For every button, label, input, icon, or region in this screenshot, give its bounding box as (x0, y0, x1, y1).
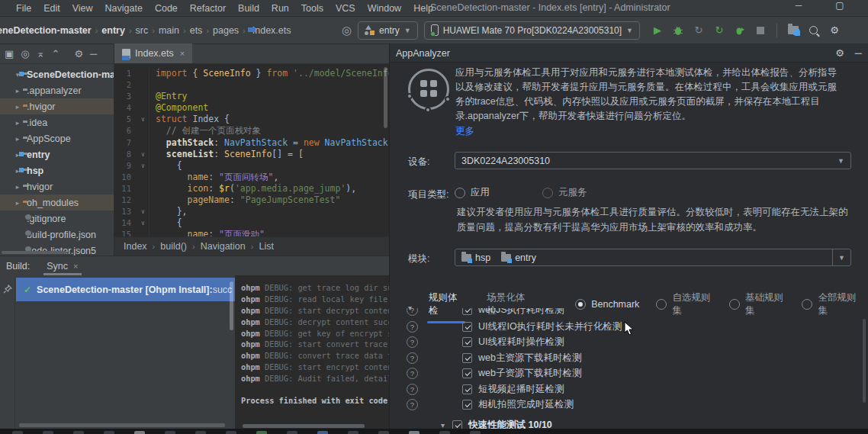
help-icon[interactable]: ? (407, 352, 418, 364)
taskbar-icon[interactable] (378, 431, 389, 434)
build-tab-sync[interactable]: Sync × (43, 256, 81, 275)
module-chip[interactable]: entry (501, 252, 536, 263)
breadcrumb-ets[interactable]: ets (188, 25, 204, 36)
check-row[interactable]: ? web子资源下载耗时检测 (390, 366, 847, 382)
taskbar-icon[interactable] (134, 431, 145, 434)
taskbar-icon[interactable] (195, 431, 206, 434)
vertical-scrollbar[interactable] (863, 319, 866, 403)
fold-marker-icon[interactable]: ∨ (137, 206, 149, 217)
menu-item[interactable]: Window (362, 2, 407, 14)
build-result-row[interactable]: ✓ SceneDetection-master [Ohpm Install]: … (16, 278, 235, 301)
device-select[interactable]: HUAWEI Mate 70 Pro[3DK0224A23005310] ▼ (424, 21, 640, 40)
code-editor[interactable]: 1import { SceneInfo } from '../model/Sce… (114, 64, 389, 236)
breadcrumb-project[interactable]: eneDetection-master (0, 25, 93, 36)
close-icon[interactable]: × (73, 262, 78, 271)
project-tree-row[interactable]: ▾ SceneDetection-ma (0, 66, 114, 82)
check-row[interactable]: ? web主资源下载耗时检测 (390, 350, 847, 366)
menu-item[interactable]: Tools (296, 2, 329, 14)
check-row[interactable]: ? 短视频起播时延检测 (390, 381, 847, 397)
breadcrumb-entry[interactable]: entry (100, 25, 127, 36)
profiler-button[interactable]: ↻ (692, 24, 706, 37)
help-icon[interactable]: ? (407, 336, 418, 348)
checkbox-checked[interactable] (462, 308, 472, 315)
fold-marker-icon[interactable]: ∨ (137, 160, 149, 172)
check-row[interactable]: ? UI线程耗时操作检测 (390, 335, 847, 351)
help-icon[interactable]: ? (407, 368, 418, 379)
check-row[interactable]: ? UI线程IO执行耗时长未并行化检测 (390, 319, 847, 335)
module-dropdown[interactable]: hsp entry ▼ (455, 249, 851, 266)
tree-chevron-icon[interactable]: ▸ (12, 199, 23, 207)
pin-icon[interactable] (3, 285, 12, 294)
radio-atomic-service[interactable] (542, 188, 553, 198)
menu-item[interactable]: Run (266, 2, 294, 14)
taskbar-icon[interactable] (104, 431, 114, 434)
more-link[interactable]: 更多 (455, 125, 474, 138)
build-log[interactable]: ohpm DEBUG: get trace log dir succeed, t… (235, 275, 389, 429)
taskbar-icon[interactable] (470, 431, 481, 434)
close-icon[interactable]: × (180, 49, 185, 58)
taskbar-icon[interactable] (317, 431, 328, 434)
menu-item[interactable]: Edit (38, 2, 66, 14)
maximize-button[interactable]: ▢ (833, 0, 847, 11)
module-chip[interactable]: hsp (461, 252, 490, 263)
minimize-button[interactable]: ─ (792, 0, 805, 11)
menu-item[interactable]: File (11, 2, 37, 14)
search-icon[interactable] (807, 24, 821, 37)
menu-item[interactable]: Refactor (185, 2, 231, 14)
menu-item[interactable]: Code (149, 2, 183, 14)
taskbar-icon[interactable] (226, 431, 236, 434)
hide-panel-icon[interactable]: ─ (90, 48, 97, 59)
device-dropdown[interactable]: 3DK0224A23005310 ▼ (455, 152, 851, 169)
vertical-scrollbar[interactable] (230, 281, 233, 330)
chevron-down-icon[interactable]: ▼ (832, 249, 850, 265)
run-button[interactable]: ▶ (651, 24, 664, 37)
project-tree-row[interactable]: ▸ entry (0, 146, 114, 162)
locate-target-icon[interactable]: ◎ (342, 24, 352, 37)
menu-item[interactable]: View (67, 2, 98, 14)
gear-icon[interactable]: ⚙ (74, 48, 83, 59)
check-group-row[interactable]: ▾ 快速性能测试 10/10 (390, 418, 552, 429)
collapse-all-icon[interactable]: ⌃ (52, 48, 60, 59)
checkbox-checked[interactable] (462, 384, 472, 394)
horizontal-scrollbar[interactable] (243, 424, 365, 428)
project-tree-row[interactable]: build-profile.json (0, 227, 114, 243)
taskbar-icon[interactable] (165, 431, 175, 434)
crumb-build[interactable]: build() (160, 241, 187, 252)
stop-button[interactable] (754, 24, 767, 37)
help-icon[interactable]: ? (407, 321, 418, 333)
taskbar-icon[interactable] (409, 431, 420, 434)
taskbar-icon[interactable] (287, 431, 297, 434)
tree-chevron-icon[interactable]: ▸ (12, 103, 23, 111)
project-view-icon[interactable]: ▣ (5, 48, 14, 59)
help-icon[interactable]: ? (407, 399, 418, 410)
chevron-down-icon[interactable]: ▾ (441, 421, 445, 429)
taskbar-icon[interactable] (43, 431, 53, 434)
fold-marker-icon[interactable]: ∨ (137, 149, 149, 160)
breadcrumb-src[interactable]: src (134, 25, 150, 36)
checkbox-checked[interactable] (462, 368, 472, 378)
breadcrumb-file[interactable]: Index.ets (251, 25, 293, 36)
fold-marker-icon[interactable]: ∨ (137, 114, 149, 125)
checkbox-checked[interactable] (462, 353, 472, 363)
crumb-list[interactable]: List (259, 241, 273, 252)
checkbox-checked[interactable] (452, 420, 462, 429)
taskbar-icon[interactable] (73, 431, 84, 434)
tree-chevron-icon[interactable]: ▸ (12, 87, 23, 95)
gear-icon[interactable]: ⚙ (835, 47, 844, 59)
project-tree-row[interactable]: ▸ oh_modules (0, 194, 114, 211)
menu-item[interactable]: Build (233, 2, 265, 14)
checkbox-checked[interactable] (462, 400, 472, 410)
radio-application[interactable] (455, 188, 465, 198)
device-file-browser-icon[interactable] (786, 24, 800, 37)
breadcrumb-pages[interactable]: pages (211, 25, 240, 36)
run-configuration-select[interactable]: entry ▼ (358, 21, 418, 40)
horizontal-scrollbar[interactable] (19, 423, 225, 427)
rerun-button[interactable]: ↻ (712, 24, 726, 37)
crumb-index[interactable]: Index (124, 241, 147, 252)
taskbar-icon[interactable] (439, 431, 450, 434)
menu-item[interactable]: Navigate (100, 2, 148, 14)
fold-marker-icon[interactable]: ∨ (137, 217, 149, 229)
taskbar-icon[interactable] (348, 431, 358, 434)
taskbar-icon[interactable] (256, 431, 267, 434)
tree-chevron-icon[interactable]: ▸ (12, 183, 23, 191)
